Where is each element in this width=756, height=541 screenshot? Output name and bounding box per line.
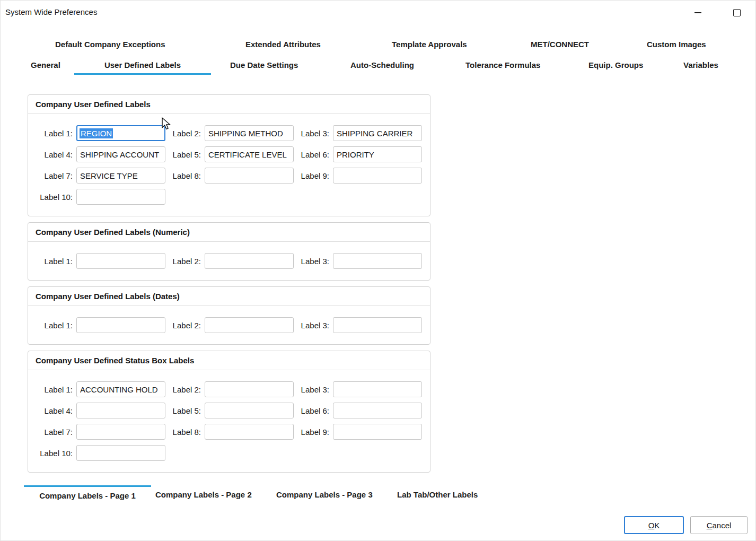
company-label-6-input[interactable]: [333, 146, 422, 162]
ok-button[interactable]: OK: [624, 516, 684, 534]
field-label: Label 1:: [37, 257, 76, 266]
status-label-7-input[interactable]: [76, 424, 165, 440]
field-row: Label 1: Label 2: Label 3:: [37, 317, 422, 333]
tab-user-defined-labels[interactable]: User Defined Labels: [74, 57, 211, 75]
tab-variables[interactable]: Variables: [683, 57, 718, 75]
field-label: Label 4:: [37, 406, 76, 415]
company-label-5-input[interactable]: [205, 146, 294, 162]
field-label: Label 4:: [37, 150, 76, 159]
window-title: System Wide Preferences: [5, 7, 97, 16]
status-label-10-input[interactable]: [76, 445, 165, 461]
tab-general[interactable]: General: [31, 57, 60, 75]
field-label: Label 5:: [165, 406, 205, 415]
tab-company-labels-page-2[interactable]: Company Labels - Page 2: [155, 487, 252, 503]
minimize-button[interactable]: [690, 5, 706, 20]
field-label: Label 6:: [294, 406, 333, 415]
dates-label-3-input[interactable]: [333, 317, 422, 333]
tab-met-connect[interactable]: MET/CONNECT: [531, 39, 589, 50]
cancel-accesskey: C: [707, 521, 713, 530]
tab-lab-tab-other-labels[interactable]: Lab Tab/Other Labels: [397, 487, 478, 503]
field-label: Label 9:: [294, 171, 333, 180]
group-title: Company User Defined Status Box Labels: [28, 351, 430, 370]
company-label-10-input[interactable]: [76, 189, 165, 205]
status-label-4-input[interactable]: [76, 403, 165, 418]
tab-company-labels-page-3[interactable]: Company Labels - Page 3: [276, 487, 373, 503]
company-label-7-input[interactable]: [76, 168, 165, 184]
status-label-2-input[interactable]: [205, 381, 294, 397]
status-label-1-input[interactable]: [76, 381, 165, 397]
group-body: Label 1: Label 2: Label 3:: [28, 306, 430, 344]
field-label: Label 3:: [294, 385, 333, 394]
field-row: Label 1: Label 2: Label 3:: [37, 253, 422, 269]
field-label: Label 6:: [294, 150, 333, 159]
group-title: Company User Defined Labels (Numeric): [28, 223, 430, 242]
tab-template-approvals[interactable]: Template Approvals: [392, 39, 467, 50]
cancel-button[interactable]: Cancel: [690, 516, 748, 534]
numeric-label-2-input[interactable]: [205, 253, 294, 269]
group-company-user-defined-labels-numeric: Company User Defined Labels (Numeric) La…: [28, 222, 430, 281]
tab-auto-scheduling[interactable]: Auto-Scheduling: [350, 57, 414, 75]
field-row: Label 4: Label 5: Label 6:: [37, 403, 422, 418]
tab-extended-attributes[interactable]: Extended Attributes: [245, 39, 321, 50]
group-company-user-defined-labels: Company User Defined Labels Label 1: REG…: [28, 94, 430, 216]
group-company-user-defined-labels-dates: Company User Defined Labels (Dates) Labe…: [28, 286, 430, 345]
field-row: Label 10:: [37, 445, 422, 461]
numeric-label-3-input[interactable]: [333, 253, 422, 269]
field-label: Label 10:: [37, 193, 76, 202]
field-label: Label 3:: [294, 321, 333, 330]
dates-label-1-input[interactable]: [76, 317, 165, 333]
field-label: Label 8:: [165, 427, 205, 437]
company-label-1-input[interactable]: REGION: [76, 125, 165, 141]
company-label-3-input[interactable]: [333, 125, 422, 141]
status-label-3-input[interactable]: [333, 381, 422, 397]
group-company-user-defined-status-box-labels: Company User Defined Status Box Labels L…: [28, 351, 430, 473]
field-label: Label 7:: [37, 171, 76, 180]
minimize-icon: [695, 12, 701, 13]
field-label: Label 3:: [294, 257, 333, 266]
company-label-9-input[interactable]: [333, 168, 422, 184]
status-label-8-input[interactable]: [205, 424, 294, 440]
tab-custom-images[interactable]: Custom Images: [647, 39, 706, 50]
field-label: Label 7:: [37, 427, 76, 437]
field-label: Label 5:: [165, 150, 205, 159]
field-label: Label 2:: [165, 385, 205, 394]
field-label: Label 2:: [165, 257, 205, 266]
user-defined-labels-panel: Company User Defined Labels Label 1: REG…: [28, 94, 430, 478]
numeric-label-1-input[interactable]: [76, 253, 165, 269]
field-label: Label 2:: [165, 321, 205, 330]
field-label: Label 1:: [37, 385, 76, 394]
group-title: Company User Defined Labels (Dates): [28, 287, 430, 306]
company-label-8-input[interactable]: [205, 168, 294, 184]
tab-company-labels-page-1[interactable]: Company Labels - Page 1: [24, 485, 151, 503]
field-label: Label 8:: [165, 171, 205, 180]
group-body: Label 1: REGION Label 2: Label 3: Label …: [28, 114, 430, 216]
field-label: Label 2:: [165, 129, 205, 138]
field-row: Label 1: REGION Label 2: Label 3:: [37, 125, 422, 141]
field-row: Label 7: Label 8: Label 9:: [37, 424, 422, 440]
maximize-button[interactable]: [729, 5, 745, 20]
tab-due-date-settings[interactable]: Due Date Settings: [230, 57, 298, 75]
group-body: Label 1: Label 2: Label 3: Label 4: Labe…: [28, 370, 430, 472]
group-title: Company User Defined Labels: [28, 95, 430, 114]
status-label-6-input[interactable]: [333, 403, 422, 418]
field-label: Label 1:: [37, 321, 76, 330]
field-row: Label 7: Label 8: Label 9:: [37, 168, 422, 184]
tab-tolerance-formulas[interactable]: Tolerance Formulas: [465, 57, 540, 75]
dates-label-2-input[interactable]: [205, 317, 294, 333]
field-label: Label 10:: [37, 449, 76, 458]
status-label-5-input[interactable]: [205, 403, 294, 418]
selected-text: REGION: [80, 128, 113, 138]
field-label: Label 9:: [294, 427, 333, 437]
company-label-4-input[interactable]: [76, 146, 165, 162]
ok-label-rest: K: [654, 521, 660, 530]
company-label-2-input[interactable]: [205, 125, 294, 141]
tab-default-company-exceptions[interactable]: Default Company Exceptions: [55, 39, 165, 50]
tab-equip-groups[interactable]: Equip. Groups: [588, 57, 643, 75]
group-body: Label 1: Label 2: Label 3:: [28, 242, 430, 280]
cancel-label-rest: ancel: [712, 521, 731, 530]
field-row: Label 10:: [37, 189, 422, 205]
field-row: Label 1: Label 2: Label 3:: [37, 381, 422, 397]
field-label: Label 3:: [294, 129, 333, 138]
status-label-9-input[interactable]: [333, 424, 422, 440]
maximize-icon: [733, 9, 741, 16]
